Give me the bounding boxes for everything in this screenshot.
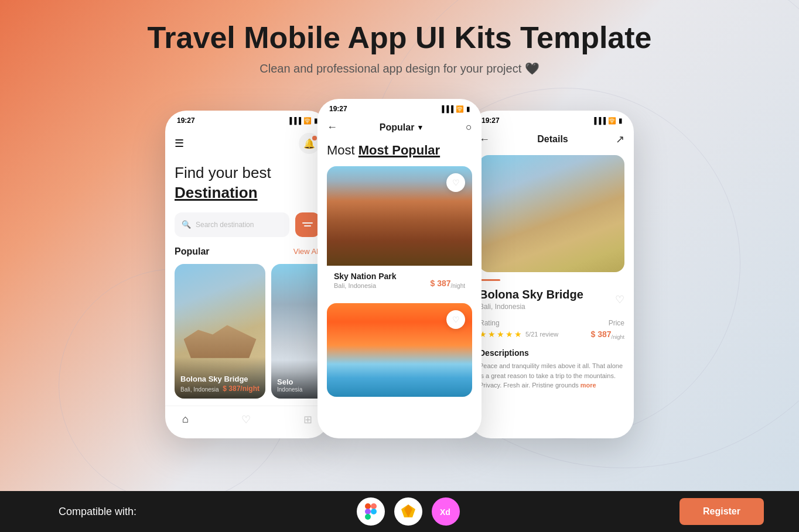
phone1-bottom-nav: ⌂ ♡ ⊞: [165, 406, 329, 435]
heart-button-2[interactable]: ♡: [446, 310, 465, 329]
price-label: Price: [591, 319, 624, 327]
rating-label: Rating: [479, 319, 558, 327]
card2-location: Indonesia: [277, 386, 320, 393]
battery-icon-2: ▮: [466, 105, 470, 113]
xd-logo-svg: Xd: [438, 503, 454, 520]
heart-nav-icon[interactable]: ♡: [241, 413, 251, 426]
descriptions-text: Peace and tranquility miles above it all…: [479, 361, 624, 390]
wifi-icon: 🛜: [303, 117, 312, 125]
heart-button-1[interactable]: ♡: [446, 173, 465, 192]
battery-icon-3: ▮: [619, 117, 622, 125]
status-icons-2: ▐▐▐ 🛜 ▮: [440, 105, 470, 113]
phone2-screen: ← Popular ▼ ○ Most Most Popular ♡: [317, 116, 482, 397]
search-icon: 🔍: [182, 220, 191, 229]
status-bar-2: 19:27 ▐▐▐ 🛜 ▮: [317, 99, 482, 116]
star-2: ★: [488, 330, 496, 339]
signal-icon-3: ▐▐▐: [592, 117, 606, 124]
menu-icon[interactable]: ☰: [175, 137, 184, 150]
phone1-screen: ☰ 🔔 Find your best Destination 🔍 Search: [165, 128, 329, 399]
svg-point-4: [371, 509, 377, 514]
review-count: 5/21 review: [525, 331, 558, 338]
svg-rect-0: [365, 503, 371, 509]
home-nav-icon[interactable]: ⌂: [182, 413, 189, 425]
star-3: ★: [497, 330, 504, 339]
read-more-link[interactable]: more: [581, 382, 596, 389]
orange-accent-line: [479, 279, 500, 281]
search-box[interactable]: 🔍 Search destination: [175, 212, 289, 237]
filter-icon: [302, 222, 313, 226]
view-all-link[interactable]: View All: [293, 247, 320, 256]
descriptions-title: Descriptions: [479, 348, 624, 358]
dest-card1-price: $ 387/night: [430, 279, 465, 289]
rating-price-row: Rating ★ ★ ★ ★ ★ 5/21 review Price: [479, 319, 624, 340]
svg-rect-3: [365, 514, 371, 520]
detail-place-title: Bolona Sky Bridge: [479, 288, 583, 301]
search-button-2[interactable]: ○: [466, 121, 472, 133]
compatible-text: Compatible with:: [59, 506, 136, 518]
signal-icon-2: ▐▐▐: [440, 105, 453, 112]
dest-card1-info: Sky Nation Park Bali, Indonesia $ 387/ni…: [327, 266, 472, 295]
register-button[interactable]: Register: [680, 498, 764, 525]
time-2: 19:27: [329, 105, 347, 113]
notification-button[interactable]: 🔔: [299, 133, 320, 154]
dropdown-arrow-icon[interactable]: ▼: [416, 123, 424, 132]
popular-header-title: Popular ▼: [380, 122, 424, 133]
popular-cards: Bolona Sky Bridge Bali, Indonesia $ 387/…: [175, 264, 320, 399]
time-1: 19:27: [177, 116, 195, 125]
tool-icons: Xd: [357, 497, 460, 526]
share-icon[interactable]: ↗: [616, 133, 624, 146]
phone1-nav: ☰ 🔔: [175, 128, 320, 163]
card2-name: Selo: [277, 377, 320, 386]
svg-rect-2: [365, 509, 371, 514]
filter-button[interactable]: [295, 212, 320, 237]
card1-overlay: Bolona Sky Bridge Bali, Indonesia $ 387/…: [175, 357, 265, 399]
bottom-bar: Compatible with: Xd R: [0, 491, 799, 532]
time-3: 19:27: [482, 116, 500, 125]
card2-overlay: Selo Indonesia: [271, 360, 320, 399]
grid-nav-icon[interactable]: ⊞: [303, 413, 312, 426]
phones-container: 19:27 ▐▐▐ 🛜 ▮ ☰ 🔔 Find: [165, 99, 634, 438]
detail-location: Bali, Indonesia: [479, 303, 583, 311]
popular-card-1[interactable]: Bolona Sky Bridge Bali, Indonesia $ 387/…: [175, 264, 265, 399]
figma-icon[interactable]: [357, 497, 385, 526]
search-row: 🔍 Search destination: [175, 212, 320, 237]
descriptions-section: Descriptions Peace and tranquility miles…: [479, 348, 624, 390]
home-heading: Find your best Destination: [175, 163, 320, 203]
back-button-2[interactable]: ←: [327, 121, 337, 133]
page-content: Travel Mobile App UI Kits Template Clean…: [0, 0, 799, 438]
star-rating: ★ ★ ★ ★ ★ 5/21 review: [479, 330, 558, 339]
star-4: ★: [506, 330, 513, 339]
phone3-header: ← Details ↗: [479, 128, 624, 155]
hero-img: [479, 155, 624, 272]
figma-logo-svg: [365, 503, 377, 520]
star-5: ★: [514, 330, 522, 339]
status-icons-1: ▐▐▐ 🛜 ▮: [288, 117, 317, 125]
card1-location: Bali, Indonesia: [180, 386, 219, 393]
svg-rect-1: [371, 503, 377, 509]
wifi-icon-2: 🛜: [456, 105, 464, 113]
phone2-header: ← Popular ▼ ○: [327, 116, 472, 143]
notification-dot: [312, 136, 317, 140]
page-subtitle: Clean and professional app design for yo…: [259, 61, 540, 75]
phone-home: 19:27 ▐▐▐ 🛜 ▮ ☰ 🔔 Find: [165, 111, 329, 438]
most-popular-heading: Most Most Popular: [327, 143, 472, 158]
dest-card-1[interactable]: ♡ Sky Nation Park Bali, Indonesia $ 387/…: [327, 166, 472, 295]
status-bar-3: 19:27 ▐▐▐ 🛜 ▮: [470, 111, 634, 128]
sketch-icon[interactable]: [394, 497, 422, 526]
page-title: Travel Mobile App UI Kits Template: [147, 21, 651, 54]
xd-icon[interactable]: Xd: [432, 497, 460, 526]
status-bar-1: 19:27 ▐▐▐ 🛜 ▮: [165, 111, 329, 128]
search-placeholder: Search destination: [196, 221, 254, 229]
dest-card-2[interactable]: ♡: [327, 303, 472, 397]
detail-price: $ 387/night: [591, 330, 624, 340]
detail-title-row: Bolona Sky Bridge Bali, Indonesia ♡: [479, 288, 624, 311]
wifi-icon-3: 🛜: [608, 117, 616, 125]
popular-card-2[interactable]: Selo Indonesia: [271, 264, 320, 399]
sketch-logo-svg: [400, 503, 416, 520]
popular-label: Popular: [175, 246, 210, 257]
detail-heart-button[interactable]: ♡: [615, 293, 624, 306]
details-header-title: Details: [537, 134, 568, 145]
popular-section-header: Popular View All: [175, 246, 320, 257]
phone3-screen: ← Details ↗ Bolona Sky Bridge Bali, Indo…: [470, 128, 634, 390]
card1-price: $ 387/night: [223, 385, 259, 393]
